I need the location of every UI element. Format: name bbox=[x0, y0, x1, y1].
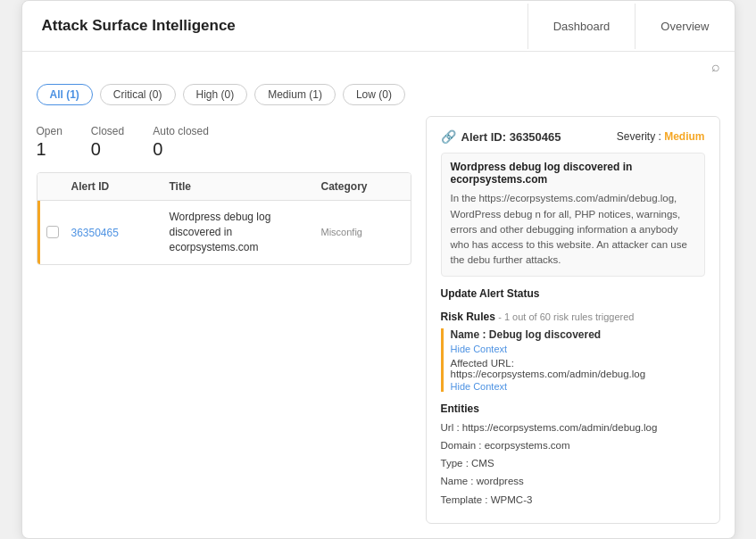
filter-tab-all[interactable]: All (1) bbox=[37, 84, 93, 105]
entity-type: Type : CMS bbox=[441, 456, 705, 471]
risk-rule-item: Name : Debug log discovered Hide Context… bbox=[441, 328, 705, 392]
col-check bbox=[46, 180, 71, 193]
col-category: Category bbox=[321, 180, 402, 193]
alert-header: 🔗 Alert ID: 36350465 Severity : Medium bbox=[441, 129, 705, 144]
main-window: Attack Surface Intelligence Dashboard Ov… bbox=[21, 0, 735, 539]
search-button[interactable]: ⌕ bbox=[711, 59, 720, 75]
risk-rules-sub: - 1 out of 60 risk rules triggered bbox=[498, 311, 634, 322]
right-panel: 🔗 Alert ID: 36350465 Severity : Medium W… bbox=[426, 116, 720, 524]
stat-closed-value: 0 bbox=[91, 139, 124, 160]
stat-auto-closed-value: 0 bbox=[153, 139, 209, 160]
header-tabs: Dashboard Overview bbox=[528, 4, 735, 49]
entity-name: Name : wordpress bbox=[441, 474, 705, 489]
hide-context-2-link[interactable]: Hide Context bbox=[451, 381, 705, 392]
stats-row: Open 1 Closed 0 Auto closed 0 bbox=[37, 116, 411, 172]
link-icon: 🔗 bbox=[441, 129, 456, 144]
severity-label: Severity : Medium bbox=[617, 130, 705, 143]
row-checkbox[interactable] bbox=[46, 226, 71, 238]
table-row[interactable]: 36350465 Wordpress debug log discovered … bbox=[37, 201, 411, 263]
entity-domain: Domain : ecorpsystems.com bbox=[441, 438, 705, 453]
filter-tab-low[interactable]: Low (0) bbox=[343, 84, 405, 105]
risk-rules-header: Risk Rules - 1 out of 60 risk rules trig… bbox=[441, 311, 705, 323]
alert-id-title: 🔗 Alert ID: 36350465 bbox=[441, 129, 561, 144]
tab-overview[interactable]: Overview bbox=[635, 4, 734, 49]
stat-open: Open 1 bbox=[37, 125, 62, 160]
stat-auto-closed: Auto closed 0 bbox=[153, 125, 209, 160]
filter-tabs: All (1) Critical (0) High (0) Medium (1)… bbox=[22, 79, 735, 116]
filter-tab-critical[interactable]: Critical (0) bbox=[100, 84, 176, 105]
update-status-label: Update Alert Status bbox=[441, 287, 705, 300]
header: Attack Surface Intelligence Dashboard Ov… bbox=[22, 1, 735, 52]
stat-closed: Closed 0 bbox=[91, 125, 124, 160]
stat-auto-closed-label: Auto closed bbox=[153, 125, 209, 137]
alert-main-title: Wordpress debug log discovered in ecorps… bbox=[451, 161, 695, 186]
search-icon: ⌕ bbox=[711, 59, 720, 74]
tab-dashboard[interactable]: Dashboard bbox=[528, 4, 636, 49]
stat-closed-label: Closed bbox=[91, 125, 124, 137]
entities-section: Url : https://ecorpsystems.com/admin/deb… bbox=[441, 420, 705, 508]
stat-open-value: 1 bbox=[37, 139, 62, 160]
hide-context-1-link[interactable]: Hide Context bbox=[451, 344, 705, 354]
stat-open-label: Open bbox=[37, 125, 62, 137]
table-header: Alert ID Title Category bbox=[37, 173, 411, 201]
filter-tab-high[interactable]: High (0) bbox=[183, 84, 248, 105]
col-alert-id: Alert ID bbox=[71, 180, 170, 193]
entity-url: Url : https://ecorpsystems.com/admin/deb… bbox=[441, 420, 705, 435]
affected-url: Affected URL: https://ecorpsystems.com/a… bbox=[451, 358, 705, 379]
severity-value: Medium bbox=[664, 130, 704, 143]
main-content: Open 1 Closed 0 Auto closed 0 Alert ID T… bbox=[22, 116, 735, 538]
col-title: Title bbox=[170, 180, 321, 193]
entities-label: Entities bbox=[441, 402, 705, 415]
alerts-table: Alert ID Title Category 36350465 Wordpre… bbox=[37, 172, 411, 264]
left-panel: Open 1 Closed 0 Auto closed 0 Alert ID T… bbox=[37, 116, 411, 524]
risk-rule-name: Name : Debug log discovered bbox=[451, 328, 705, 341]
entity-template: Template : WPMC-3 bbox=[441, 493, 705, 508]
alert-title-box: Wordpress debug log discovered in ecorps… bbox=[441, 153, 705, 276]
row-alert-id[interactable]: 36350465 bbox=[71, 226, 170, 239]
alert-description: In the https://ecorpsystems.com/admin/de… bbox=[451, 191, 695, 268]
row-category: Misconfig bbox=[321, 227, 402, 237]
row-title: Wordpress debug log discovered in ecorps… bbox=[170, 210, 321, 254]
filter-tab-medium[interactable]: Medium (1) bbox=[254, 84, 336, 105]
app-title: Attack Surface Intelligence bbox=[22, 1, 528, 51]
search-row: ⌕ bbox=[22, 52, 735, 79]
